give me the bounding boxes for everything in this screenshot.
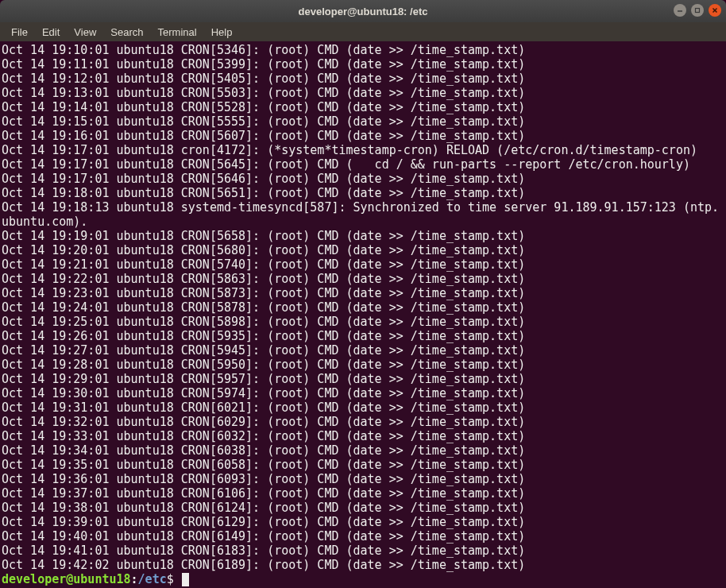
log-line: Oct 14 19:10:01 ubuntu18 CRON[5346]: (ro… [2,43,726,57]
window-controls [674,4,721,17]
log-line: Oct 14 19:31:01 ubuntu18 CRON[6021]: (ro… [2,400,726,415]
log-line: Oct 14 19:26:01 ubuntu18 CRON[5935]: (ro… [2,329,726,343]
log-line: Oct 14 19:41:01 ubuntu18 CRON[6183]: (ro… [2,544,726,558]
terminal-output[interactable]: Oct 14 19:10:01 ubuntu18 CRON[5346]: (ro… [0,41,726,588]
log-line: Oct 14 19:21:01 ubuntu18 CRON[5740]: (ro… [2,257,726,272]
log-line: Oct 14 19:30:01 ubuntu18 CRON[5974]: (ro… [2,386,726,400]
log-line: Oct 14 19:29:01 ubuntu18 CRON[5957]: (ro… [2,372,726,386]
menu-search[interactable]: Search [104,25,149,40]
log-line: Oct 14 19:13:01 ubuntu18 CRON[5503]: (ro… [2,86,726,100]
log-line: Oct 14 19:12:01 ubuntu18 CRON[5405]: (ro… [2,72,726,86]
log-line: Oct 14 19:34:01 ubuntu18 CRON[6038]: (ro… [2,443,726,458]
prompt-path: /etc [138,572,167,586]
log-line: Oct 14 19:16:01 ubuntu18 CRON[5607]: (ro… [2,129,726,143]
menubar: File Edit View Search Terminal Help [0,22,726,41]
log-line: Oct 14 19:38:01 ubuntu18 CRON[6124]: (ro… [2,501,726,515]
log-line: Oct 14 19:27:01 ubuntu18 CRON[5945]: (ro… [2,343,726,358]
titlebar: developer@ubuntu18: /etc [0,0,726,22]
log-line: Oct 14 19:17:01 ubuntu18 CRON[5646]: (ro… [2,172,726,186]
maximize-button[interactable] [691,4,704,17]
log-line: Oct 14 19:28:01 ubuntu18 CRON[5950]: (ro… [2,358,726,372]
log-line: Oct 14 19:14:01 ubuntu18 CRON[5528]: (ro… [2,100,726,114]
log-line: Oct 14 19:23:01 ubuntu18 CRON[5873]: (ro… [2,286,726,300]
log-line: Oct 14 19:15:01 ubuntu18 CRON[5555]: (ro… [2,114,726,129]
log-line: Oct 14 19:32:01 ubuntu18 CRON[6029]: (ro… [2,415,726,429]
prompt-user-host: developer@ubuntu18 [2,572,131,586]
log-line: Oct 14 19:36:01 ubuntu18 CRON[6093]: (ro… [2,472,726,486]
log-line: Oct 14 19:40:01 ubuntu18 CRON[6149]: (ro… [2,529,726,544]
menu-terminal[interactable]: Terminal [152,25,203,40]
log-line: Oct 14 19:18:01 ubuntu18 CRON[5651]: (ro… [2,186,726,200]
log-line: Oct 14 19:37:01 ubuntu18 CRON[6106]: (ro… [2,486,726,501]
log-line: Oct 14 19:24:01 ubuntu18 CRON[5878]: (ro… [2,300,726,315]
maximize-icon [694,7,701,14]
log-line: Oct 14 19:20:01 ubuntu18 CRON[5680]: (ro… [2,243,726,257]
menu-edit[interactable]: Edit [36,25,66,40]
close-icon [712,7,718,14]
minimize-icon [677,7,683,14]
log-line: Oct 14 19:22:01 ubuntu18 CRON[5863]: (ro… [2,272,726,286]
menu-file[interactable]: File [5,25,34,40]
log-line: Oct 14 19:17:01 ubuntu18 CRON[5645]: (ro… [2,157,726,172]
log-line: Oct 14 19:33:01 ubuntu18 CRON[6032]: (ro… [2,429,726,443]
log-line: Oct 14 19:17:01 ubuntu18 cron[4172]: (*s… [2,143,726,157]
svg-rect-1 [696,9,700,13]
log-line: Oct 14 19:39:01 ubuntu18 CRON[6129]: (ro… [2,515,726,529]
close-button[interactable] [709,4,721,17]
cursor-icon [182,573,189,586]
prompt-colon: : [131,572,138,586]
log-line: Oct 14 19:11:01 ubuntu18 CRON[5399]: (ro… [2,57,726,72]
log-line: Oct 14 19:35:01 ubuntu18 CRON[6058]: (ro… [2,458,726,472]
menu-view[interactable]: View [68,25,102,40]
log-line: Oct 14 19:25:01 ubuntu18 CRON[5898]: (ro… [2,315,726,329]
prompt-line[interactable]: developer@ubuntu18:/etc$ [2,572,726,586]
menu-help[interactable]: Help [205,25,239,40]
log-line: Oct 14 19:42:02 ubuntu18 CRON[6189]: (ro… [2,558,726,572]
terminal-window: developer@ubuntu18: /etc File Edit View … [0,0,726,588]
log-line: ubuntu.com). [2,215,726,229]
log-line: Oct 14 19:19:01 ubuntu18 CRON[5658]: (ro… [2,229,726,243]
minimize-button[interactable] [674,4,686,17]
log-line: Oct 14 19:18:13 ubuntu18 systemd-timesyn… [2,200,726,215]
window-title: developer@ubuntu18: /etc [299,6,428,17]
prompt-symbol: $ [167,572,181,586]
